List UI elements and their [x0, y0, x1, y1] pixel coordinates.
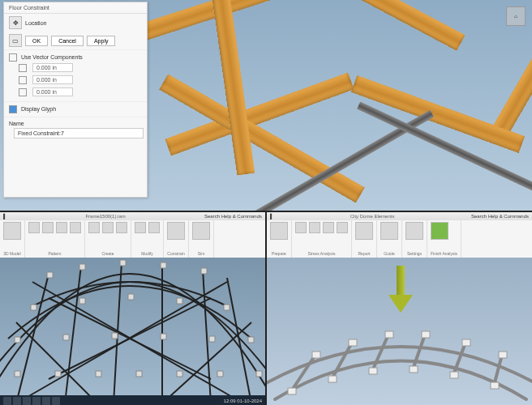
- doc-title-left: Frame1500(1).iam: [6, 214, 204, 219]
- ribbon-icon[interactable]: [355, 222, 373, 240]
- ribbon-icon[interactable]: [116, 222, 127, 233]
- ribbon-group-label: Sim: [192, 251, 210, 256]
- ribbon-icon[interactable]: [56, 222, 67, 233]
- ribbon-group-label: Settings: [405, 251, 423, 256]
- svg-rect-44: [422, 331, 430, 338]
- cancel-button[interactable]: Cancel: [51, 36, 84, 46]
- location-icon[interactable]: ✥: [9, 16, 22, 29]
- ribbon-icon[interactable]: [3, 222, 21, 240]
- ribbon-icon[interactable]: [337, 222, 348, 233]
- svg-rect-43: [385, 331, 393, 338]
- svg-rect-29: [55, 371, 61, 377]
- ribbon-icon[interactable]: [88, 222, 100, 233]
- dialog-title: Floor Constraint: [4, 2, 147, 14]
- z-checkbox[interactable]: [19, 88, 27, 96]
- ribbon-icon[interactable]: [380, 222, 398, 240]
- ribbon-group-label: Finish Analysis: [431, 251, 457, 256]
- svg-rect-42: [349, 339, 357, 346]
- svg-line-37: [372, 335, 388, 371]
- svg-rect-14: [120, 260, 126, 266]
- y-checkbox[interactable]: [19, 76, 27, 84]
- svg-rect-20: [177, 298, 182, 304]
- app-window-left: ▌ Frame1500(1).iam Search Help & Command…: [0, 212, 265, 405]
- start-icon[interactable]: [3, 397, 11, 405]
- svg-rect-22: [15, 337, 20, 343]
- beam: [314, 0, 466, 51]
- svg-line-35: [291, 355, 315, 391]
- ribbon-icon[interactable]: [135, 222, 146, 233]
- ribbon-icon[interactable]: [309, 222, 320, 233]
- ribbon-icon[interactable]: [192, 222, 210, 240]
- svg-rect-27: [248, 337, 254, 343]
- ribbon-icon[interactable]: [323, 222, 334, 233]
- svg-rect-46: [499, 352, 507, 358]
- search-help[interactable]: Search Help & Commands: [471, 214, 529, 219]
- selector-icon[interactable]: ▭: [9, 34, 22, 47]
- svg-rect-30: [96, 371, 101, 377]
- x-checkbox[interactable]: [19, 64, 27, 72]
- beam: [212, 0, 255, 175]
- taskbar-icon[interactable]: [13, 397, 21, 405]
- svg-rect-32: [177, 371, 182, 377]
- svg-rect-19: [128, 294, 134, 300]
- z-value[interactable]: 0.000 in: [32, 87, 73, 96]
- taskbar-icon[interactable]: [42, 397, 50, 405]
- svg-rect-49: [369, 368, 377, 374]
- top-3d-viewport[interactable]: ⌂ Floor Constraint ✥ Location ▭ OK Cance…: [0, 0, 532, 211]
- svg-rect-17: [31, 305, 36, 310]
- doc-title-right: City Dome Elements: [273, 214, 471, 219]
- svg-rect-21: [224, 305, 230, 310]
- taskbar-clock[interactable]: 12:09 01-10-2024: [224, 399, 262, 403]
- ok-button[interactable]: OK: [25, 36, 48, 46]
- svg-rect-51: [450, 372, 458, 378]
- ribbon-right: Prepare Stress Analysis Report Guide Set…: [267, 220, 532, 258]
- ribbon-icon[interactable]: [295, 222, 307, 233]
- ribbon-group-label: Report: [355, 251, 373, 256]
- ribbon-icon[interactable]: [42, 222, 54, 233]
- y-value[interactable]: 0.000 in: [32, 75, 73, 84]
- svg-rect-24: [112, 333, 118, 339]
- finish-icon[interactable]: [431, 222, 448, 240]
- ribbon-icon[interactable]: [148, 222, 160, 233]
- svg-rect-45: [462, 339, 470, 346]
- taskbar[interactable]: 12:09 01-10-2024: [0, 395, 265, 405]
- geodesic-dome: [0, 258, 265, 405]
- location-label: Location: [25, 20, 46, 26]
- ribbon-icon[interactable]: [167, 222, 185, 240]
- ribbon-group-label: Create: [88, 251, 127, 256]
- ribbon-group-label: Constrain: [167, 251, 185, 256]
- ribbon-icon[interactable]: [405, 222, 423, 240]
- ribbon-group-label: Prepare: [270, 251, 288, 256]
- name-input[interactable]: Fixed Constraint:7: [14, 128, 144, 139]
- svg-line-38: [413, 335, 425, 369]
- apply-button[interactable]: Apply: [87, 36, 116, 46]
- stress-viewport[interactable]: [267, 258, 532, 405]
- svg-rect-16: [201, 268, 207, 274]
- svg-rect-18: [79, 298, 85, 304]
- ribbon-icon[interactable]: [270, 222, 288, 240]
- dome-top-struts: [267, 258, 532, 405]
- taskbar-icon[interactable]: [32, 397, 41, 405]
- geodesic-viewport[interactable]: [0, 258, 265, 405]
- vector-components-checkbox[interactable]: [9, 53, 17, 62]
- vector-components-label: Use Vector Components: [21, 54, 83, 60]
- ribbon-icon[interactable]: [70, 222, 81, 233]
- search-help[interactable]: Search Help & Commands: [204, 214, 262, 219]
- titlebar-left: ▌ Frame1500(1).iam Search Help & Command…: [0, 212, 265, 220]
- view-cube-home[interactable]: ⌂: [506, 6, 526, 26]
- svg-rect-50: [410, 366, 418, 373]
- display-glyph-checkbox[interactable]: [9, 105, 17, 113]
- svg-rect-41: [312, 352, 320, 358]
- ribbon-group-label: Stress Analysis: [295, 251, 348, 256]
- svg-rect-52: [491, 382, 499, 389]
- app-window-right: ▌ City Dome Elements Search Help & Comma…: [267, 212, 532, 405]
- titlebar-right: ▌ City Dome Elements Search Help & Comma…: [267, 212, 532, 220]
- ribbon-icon[interactable]: [28, 222, 40, 233]
- x-value[interactable]: 0.000 in: [32, 63, 73, 72]
- taskbar-icon[interactable]: [52, 397, 60, 405]
- taskbar-icon[interactable]: [23, 397, 31, 405]
- ribbon-group-label: 3D Model: [3, 251, 21, 256]
- ribbon-icon[interactable]: [102, 222, 114, 233]
- svg-rect-34: [256, 371, 262, 377]
- svg-rect-26: [209, 336, 215, 342]
